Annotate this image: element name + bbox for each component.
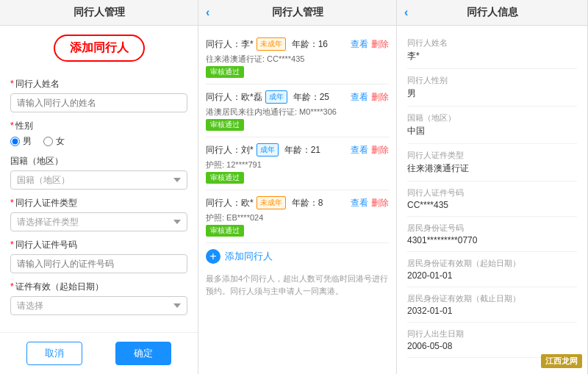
nationality-label: 国籍（地区） [10,155,187,168]
companion-item-header: 同行人：李* 未成年 年龄：16 查看 删除 [206,37,389,51]
companion-status: 审核通过 [206,172,244,184]
info-item: 同行人证件类型 往来港澳通行证 [407,144,577,181]
add-companion-list-label: 添加同行人 [225,250,273,263]
left-panel: 同行人管理 添加同行人 同行人姓名 性别 男 女 国籍（地区） 国籍（地区） [0,0,198,374]
companion-cert: 护照: 12****791 [206,159,389,170]
add-companion-button[interactable]: 添加同行人 [54,35,145,62]
middle-panel-title: 同行人管理 [272,6,323,19]
gender-male-option[interactable]: 男 [10,135,32,148]
gender-male-radio[interactable] [10,137,20,146]
companion-name: 同行人：李* [206,38,254,51]
left-panel-header: 同行人管理 [0,0,198,26]
confirm-button[interactable]: 确定 [115,342,171,365]
gender-female-radio[interactable] [43,137,53,146]
companion-status: 审核通过 [206,66,244,78]
companion-age-tag: 未成年 [257,196,286,209]
info-item-value: 4301*********0770 [407,235,577,245]
nationality-select[interactable]: 国籍（地区） [10,170,187,190]
gender-row: 男 女 [10,135,187,148]
cert-valid-select[interactable]: 请选择 [10,296,187,315]
info-item-label: 居民身份证有效期（截止日期） [407,293,577,304]
info-item-label: 同行人证件号码 [407,187,577,198]
info-item-value: 2020-01-01 [407,270,577,281]
name-label: 同行人姓名 [10,78,187,90]
form-footer: 取消 确定 [0,332,198,374]
info-item-value: 往来港澳通行证 [407,162,577,175]
middle-panel: ‹ 同行人管理 同行人：李* 未成年 年龄：16 查看 删除 往来港澳通行证: … [198,0,397,374]
info-item: 同行人证件号码 CC****435 [407,181,577,217]
companion-cert: 护照: EB****024 [206,212,389,223]
gender-male-label: 男 [23,135,32,148]
gender-label: 性别 [10,120,187,132]
view-button[interactable]: 查看 [351,38,368,51]
info-item-label: 同行人出生日期 [407,328,577,339]
cert-valid-label: 证件有效（起始日期） [10,281,187,293]
info-item: 同行人性别 男 [407,69,577,107]
companion-name-row: 同行人：刘* 成年 年龄：21 [206,143,351,157]
right-panel-title: 同行人信息 [467,6,518,19]
cancel-button[interactable]: 取消 [26,342,82,365]
companion-age-tag: 未成年 [257,37,286,51]
companion-action-btns: 查看 删除 [351,144,389,157]
gender-female-option[interactable]: 女 [43,135,65,148]
companion-name-row: 同行人：欧* 未成年 年龄：8 [206,196,351,209]
companion-status: 审核通过 [206,225,244,237]
info-item-label: 居民身份证有效期（起始日期） [407,258,577,269]
info-item: 居民身份证有效期（截止日期） 2032-01-01 [407,287,577,323]
delete-button[interactable]: 删除 [371,197,389,209]
right-panel-header: ‹ 同行人信息 [397,0,587,26]
delete-button[interactable]: 删除 [371,91,389,104]
companion-age: 年龄：25 [293,91,329,104]
info-item-value: CC****435 [407,200,577,210]
middle-back-arrow[interactable]: ‹ [206,6,209,19]
middle-panel-header: ‹ 同行人管理 [198,0,396,26]
info-item-label: 居民身份证号码 [407,223,577,234]
companion-item: 同行人：欧*磊 成年 年龄：25 查看 删除 港澳居民来往内地通行证: M0**… [206,84,389,137]
companion-cert: 往来港澳通行证: CC****435 [206,54,389,65]
companion-name: 同行人：欧*磊 [206,91,262,104]
delete-button[interactable]: 删除 [371,144,389,157]
info-item-value: 李* [407,50,577,62]
cert-type-select[interactable]: 请选择证件类型 [10,212,187,231]
info-item: 居民身份证号码 4301*********0770 [407,217,577,252]
delete-button[interactable]: 删除 [371,38,389,51]
companion-name: 同行人：刘* [206,144,254,157]
companion-name-row: 同行人：李* 未成年 年龄：16 [206,37,351,51]
companion-item-header: 同行人：欧* 未成年 年龄：8 查看 删除 [206,196,389,209]
companion-item: 同行人：欧* 未成年 年龄：8 查看 删除 护照: EB****024 审核通过 [206,190,389,243]
info-item-value: 2006-05-08 [407,341,577,351]
companion-action-btns: 查看 删除 [351,38,389,51]
right-back-arrow[interactable]: ‹ [404,6,408,19]
companion-items: 同行人：李* 未成年 年龄：16 查看 删除 往来港澳通行证: CC****43… [206,32,389,243]
info-item-label: 同行人性别 [407,75,577,86]
view-button[interactable]: 查看 [351,91,368,104]
name-input[interactable] [10,93,187,112]
add-companion-list-button[interactable]: + 添加同行人 [206,243,389,270]
companion-age: 年龄：8 [292,197,323,209]
companion-list: 同行人：李* 未成年 年龄：16 查看 删除 往来港澳通行证: CC****43… [198,26,396,374]
companion-name-row: 同行人：欧*磊 成年 年龄：25 [206,90,351,104]
companion-form: 同行人姓名 性别 男 女 国籍（地区） 国籍（地区） 同行人证件类型 请选择证件… [0,71,198,332]
info-item: 国籍（地区） 中国 [407,107,577,144]
view-button[interactable]: 查看 [351,144,368,157]
companion-item-header: 同行人：欧*磊 成年 年龄：25 查看 删除 [206,90,389,104]
companion-item: 同行人：刘* 成年 年龄：21 查看 删除 护照: 12****791 审核通过 [206,137,389,190]
companion-item: 同行人：李* 未成年 年龄：16 查看 删除 往来港澳通行证: CC****43… [206,32,389,84]
cert-type-label: 同行人证件类型 [10,197,187,209]
cert-no-input[interactable] [10,254,187,273]
info-item-label: 国籍（地区） [407,112,577,123]
right-panel: ‹ 同行人信息 同行人姓名 李* 同行人性别 男 国籍（地区） 中国 同行人证件… [397,0,588,374]
companion-cert: 港澳居民来往内地通行证: M0****306 [206,107,389,118]
view-button[interactable]: 查看 [351,197,368,209]
app-container: 同行人管理 添加同行人 同行人姓名 性别 男 女 国籍（地区） 国籍（地区） [0,0,588,374]
info-item-value: 2032-01-01 [407,306,577,316]
companion-age-tag: 成年 [265,90,287,104]
info-item-value: 中国 [407,125,577,137]
left-panel-title: 同行人管理 [74,6,125,19]
info-item: 同行人出生日期 2006-05-08 [407,323,577,358]
info-item: 同行人姓名 李* [407,32,577,69]
info-list: 同行人姓名 李* 同行人性别 男 国籍（地区） 中国 同行人证件类型 往来港澳通… [397,26,587,364]
companion-action-btns: 查看 删除 [351,197,389,209]
companion-item-header: 同行人：刘* 成年 年龄：21 查看 删除 [206,143,389,157]
add-circle-icon: + [206,249,220,264]
